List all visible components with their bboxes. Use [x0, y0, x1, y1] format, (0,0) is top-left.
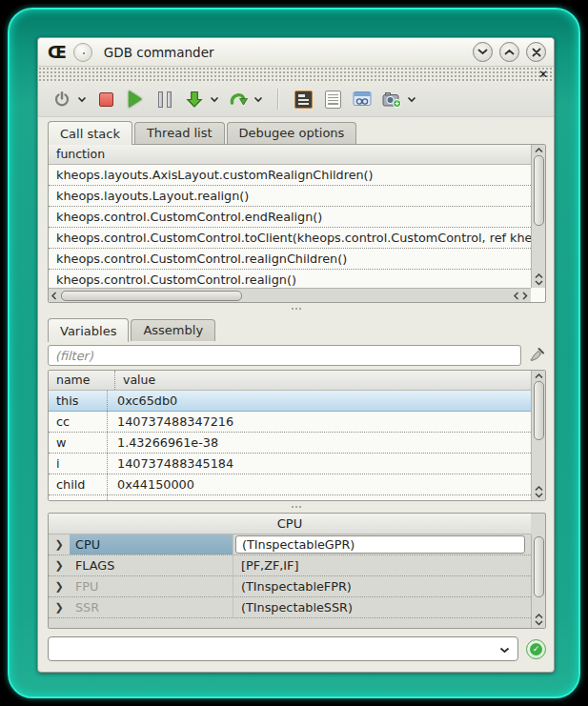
variable-row[interactable]: h 1.43266961e-38 — [49, 495, 531, 501]
variable-name: this — [49, 391, 108, 411]
step-over-button[interactable] — [226, 87, 251, 111]
filter-row — [48, 345, 546, 366]
column-header-value[interactable]: value — [115, 371, 155, 390]
call-stack-horizontal-scrollbar[interactable] — [49, 288, 531, 302]
cpu-register-row[interactable]: ❯ SSR (TInspectableSSR) — [49, 597, 531, 618]
scroll-down-icon[interactable] — [535, 620, 543, 626]
shade-button[interactable] — [473, 42, 493, 62]
register-name: FPU — [70, 576, 233, 596]
variable-row[interactable]: cc 140737488347216 — [49, 412, 531, 433]
variable-value: 0x44150000 — [108, 474, 531, 494]
app-menu-button[interactable] — [73, 43, 92, 62]
scroll-thumb[interactable] — [61, 291, 242, 301]
scroll-up-icon[interactable] — [535, 486, 543, 492]
scroll-left-icon[interactable] — [514, 292, 519, 300]
scroll-down-icon[interactable] — [535, 493, 543, 498]
command-bar: ✓ — [48, 636, 546, 661]
toolbar-separator — [277, 89, 278, 110]
scroll-up-icon[interactable] — [535, 373, 543, 379]
scroll-down-icon[interactable] — [535, 280, 543, 286]
tab-variables[interactable]: Variables — [48, 318, 129, 342]
chevron-down-icon — [499, 647, 510, 654]
combo-dropdown-button[interactable] — [492, 642, 517, 656]
expand-caret-icon[interactable]: ❯ — [49, 559, 70, 572]
call-stack-row[interactable]: kheops.control.CustomControl.realignChil… — [49, 249, 531, 270]
watch-button[interactable] — [350, 87, 375, 111]
step-over-dropdown-icon[interactable] — [253, 96, 263, 103]
step-into-button[interactable] — [182, 87, 207, 111]
close-icon — [532, 48, 541, 57]
gdb-commander-window: Œ GDB commander ✕ — [37, 37, 555, 673]
tab-assembly[interactable]: Assembly — [131, 319, 215, 341]
stop-icon — [99, 92, 113, 107]
snapshot-button[interactable] — [379, 87, 404, 111]
register-value-editor[interactable]: (TInspectableGPR) — [235, 535, 525, 554]
panel-splitter[interactable] — [38, 303, 554, 314]
variable-row[interactable]: w 1.43266961e-38 — [49, 433, 531, 454]
call-stack-row[interactable]: kheops.control.CustomControl.toClient(kh… — [49, 228, 531, 249]
call-stack-vertical-scrollbar[interactable] — [531, 145, 545, 288]
power-button[interactable] — [50, 87, 74, 111]
call-stack-row[interactable]: kheops.layouts.AxisLayout.customRealignC… — [49, 165, 531, 186]
register-value: [PF,ZF,IF] — [233, 558, 531, 573]
snapshot-dropdown-icon[interactable] — [407, 96, 416, 103]
send-command-button[interactable]: ✓ — [526, 639, 546, 659]
variable-row[interactable]: child 0x44150000 — [49, 474, 531, 495]
power-icon — [53, 91, 71, 108]
variable-row[interactable]: this 0xc65db0 — [49, 391, 531, 412]
expand-caret-icon[interactable]: ❯ — [49, 580, 70, 593]
cpu-panel: CPU ❯ CPU (TInspectableGPR) ❯ FLAGS [PF,… — [48, 513, 546, 629]
call-stack-row[interactable]: kheops.layouts.Layout.realign() — [49, 186, 531, 207]
column-header-name[interactable]: name — [56, 371, 115, 390]
gdb-command-input[interactable] — [49, 639, 492, 658]
clear-filter-broom-icon[interactable] — [527, 346, 546, 365]
cpu-vertical-scrollbar[interactable] — [531, 535, 545, 628]
titlebar: Œ GDB commander — [38, 38, 554, 67]
camera-add-icon — [382, 91, 402, 109]
cpu-panel-header: CPU — [49, 514, 531, 535]
pause-button[interactable] — [152, 87, 177, 111]
dock-handle-bar[interactable]: ✕ — [38, 67, 554, 82]
run-button[interactable] — [123, 87, 148, 111]
cpu-register-row[interactable]: ❯ FPU (TInspectableFPR) — [49, 576, 531, 597]
dock-close-icon[interactable]: ✕ — [538, 69, 548, 80]
document-icon — [325, 91, 341, 109]
cpu-register-row[interactable]: ❯ CPU (TInspectableGPR) — [49, 535, 531, 555]
scroll-right-icon[interactable] — [522, 292, 528, 300]
power-dropdown-icon[interactable] — [77, 96, 87, 103]
gdb-command-combobox[interactable] — [48, 636, 518, 661]
filter-input[interactable] — [48, 345, 521, 366]
maximize-button[interactable] — [499, 42, 519, 62]
stop-button[interactable] — [93, 87, 118, 111]
call-stack-column-header[interactable]: function — [49, 145, 531, 165]
register-value: (TInspectableSSR) — [233, 600, 531, 615]
scroll-thumb[interactable] — [534, 536, 544, 597]
scroll-thumb[interactable] — [534, 155, 544, 226]
tab-call-stack[interactable]: Call stack — [48, 121, 132, 145]
close-button[interactable] — [526, 42, 546, 62]
expand-caret-icon[interactable]: ❯ — [49, 538, 70, 551]
chevron-up-icon — [504, 49, 515, 55]
call-stack-rows: kheops.layouts.AxisLayout.customRealignC… — [49, 165, 531, 291]
panel-splitter[interactable] — [38, 501, 554, 513]
variable-value: 140737488347216 — [108, 412, 531, 432]
cpu-register-row[interactable]: ❯ FLAGS [PF,ZF,IF] — [49, 555, 531, 576]
lower-tabs: Variables Assembly — [48, 316, 546, 341]
variables-vertical-scrollbar[interactable] — [531, 371, 545, 500]
output-button[interactable] — [320, 87, 345, 111]
step-into-dropdown-icon[interactable] — [210, 96, 219, 103]
scroll-up-icon[interactable] — [535, 614, 543, 619]
scroll-left-icon[interactable] — [51, 292, 57, 300]
scroll-thumb[interactable] — [534, 381, 544, 440]
step-over-icon — [229, 90, 249, 109]
expand-caret-icon[interactable]: ❯ — [49, 601, 70, 614]
variable-row[interactable]: i 140737488345184 — [49, 454, 531, 474]
variable-name: child — [49, 474, 108, 494]
tab-debugee-options[interactable]: Debugee options — [227, 122, 357, 144]
teal-frame: Œ GDB commander ✕ — [8, 8, 580, 698]
cpu-view-button[interactable] — [291, 87, 315, 111]
scroll-up-icon[interactable] — [535, 148, 543, 153]
tab-thread-list[interactable]: Thread list — [134, 122, 225, 144]
call-stack-row[interactable]: kheops.control.CustomControl.endRealign(… — [49, 207, 531, 228]
scroll-up-icon[interactable] — [535, 273, 543, 279]
